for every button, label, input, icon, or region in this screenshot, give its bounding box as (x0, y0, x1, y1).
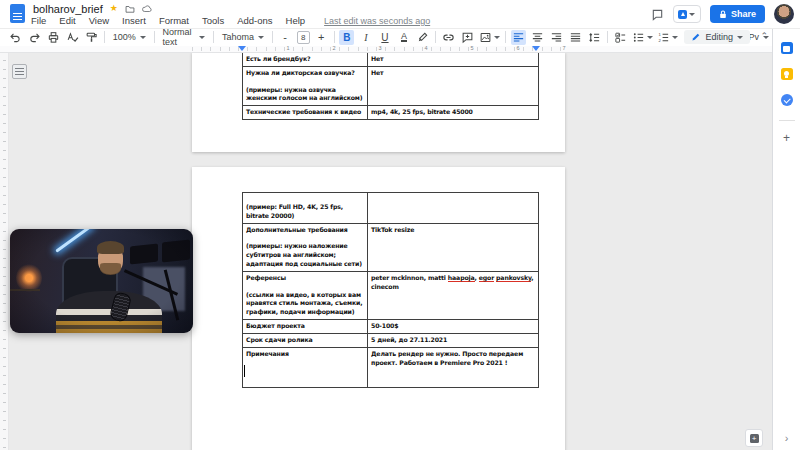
bulleted-list-button[interactable] (632, 30, 653, 45)
question-cell[interactable]: Срок сдачи ролика (243, 333, 368, 347)
print-button[interactable] (46, 30, 61, 45)
cloud-saved-icon[interactable] (142, 4, 152, 14)
question-cell[interactable]: (пример: Full HD, 4K, 25 fps, bitrate 20… (243, 193, 368, 224)
table-row: Референсы(ссылки на видео, в которых вам… (243, 271, 539, 319)
brief-table-page2: (пример: Full HD, 4K, 25 fps, bitrate 20… (242, 192, 539, 388)
document-page-2[interactable]: (пример: Full HD, 4K, 25 fps, bitrate 20… (192, 167, 565, 450)
svg-text:2: 2 (658, 38, 661, 43)
divider (779, 120, 795, 121)
get-add-ons-icon[interactable]: + (783, 131, 790, 145)
table-row: Дополнительные требования(примеры: нужно… (243, 223, 539, 271)
paint-format-button[interactable] (84, 30, 99, 45)
menu-item-help[interactable]: Help (286, 15, 306, 26)
right-indent-marker[interactable] (532, 46, 540, 51)
answer-cell[interactable]: Нет (368, 66, 539, 105)
menu-item-insert[interactable]: Insert (122, 15, 146, 26)
google-tasks-icon[interactable] (781, 94, 793, 106)
underline-button[interactable]: U (377, 30, 392, 45)
bold-button[interactable]: B (339, 30, 354, 45)
menu-bar: FileEditViewInsertFormatToolsAdd-onsHelp… (31, 15, 430, 26)
google-docs-icon[interactable] (10, 4, 25, 23)
add-comment-button[interactable] (460, 30, 475, 45)
menu-item-file[interactable]: File (31, 15, 46, 26)
move-folder-icon[interactable] (125, 4, 135, 14)
zoom-select[interactable]: 100% (110, 32, 149, 42)
document-page-1[interactable]: Есть ли брендбук?НетНужна ли дикторская … (192, 52, 565, 152)
menu-item-tools[interactable]: Tools (202, 15, 224, 26)
answer-cell[interactable]: TikTok resize (368, 223, 539, 271)
share-button[interactable]: Share (710, 5, 765, 23)
answer-cell[interactable]: Делать рендер не нужно. Просто передаем … (368, 347, 539, 387)
spelling-check-button[interactable] (65, 30, 80, 45)
checklist-button[interactable] (613, 30, 628, 45)
text-color-button[interactable]: A (401, 32, 407, 42)
align-right-button[interactable] (549, 30, 564, 45)
hide-side-panel-icon[interactable]: › (785, 432, 789, 444)
question-cell[interactable]: Нужна ли дикторская озвучка?(примеры: ну… (243, 66, 368, 105)
menu-item-view[interactable]: View (89, 15, 109, 26)
webcam-overlay (10, 229, 193, 333)
numbered-list-button[interactable]: 1 2 (657, 30, 678, 45)
chevron-down-icon (140, 36, 146, 39)
star-icon[interactable]: ★ (110, 4, 118, 13)
present-to-meeting-button[interactable] (673, 5, 701, 23)
font-value: Tahoma (222, 32, 254, 42)
horizontal-ruler[interactable]: 1234567 (0, 46, 772, 53)
explore-button[interactable]: + (745, 429, 763, 447)
question-cell[interactable]: Технические требования к видео (243, 106, 368, 120)
menu-item-format[interactable]: Format (159, 15, 189, 26)
answer-cell[interactable]: Нет (368, 53, 539, 67)
decrease-font-size-button[interactable]: - (278, 30, 293, 45)
last-edit-link[interactable]: Last edit was seconds ago (324, 16, 430, 26)
question-cell[interactable]: Дополнительные требования(примеры: нужно… (243, 223, 368, 271)
svg-text:1: 1 (658, 31, 661, 36)
spellcheck-icon (66, 31, 79, 44)
menu-item-addons[interactable]: Add-ons (237, 15, 272, 26)
google-keep-icon[interactable] (781, 68, 793, 80)
account-avatar[interactable] (774, 4, 794, 24)
insert-image-button[interactable] (479, 30, 500, 45)
font-size-input[interactable]: 8 (297, 31, 310, 44)
answer-cell[interactable]: 50-100$ (368, 319, 539, 333)
table-row: Технические требования к видеоmp4, 4k, 2… (243, 106, 539, 120)
menu-item-edit[interactable]: Edit (59, 15, 75, 26)
answer-cell[interactable] (368, 193, 539, 224)
highlight-color-button[interactable] (415, 30, 430, 45)
left-indent-marker[interactable] (238, 46, 246, 51)
misspelled-word: pankovsky (496, 274, 531, 282)
italic-button[interactable]: I (358, 30, 373, 45)
insert-link-button[interactable] (441, 30, 456, 45)
answer-cell[interactable]: 5 дней, до 27.11.2021 (368, 333, 539, 347)
line-spacing-button[interactable] (587, 30, 602, 45)
align-justify-button[interactable] (568, 30, 583, 45)
comments-icon[interactable] (651, 8, 664, 21)
document-outline-icon[interactable] (12, 64, 27, 79)
redo-button[interactable] (27, 30, 42, 45)
highlighter-icon (416, 31, 429, 44)
redo-icon (28, 31, 41, 44)
chevron-down-icon (689, 13, 695, 16)
increase-font-size-button[interactable]: + (314, 30, 329, 45)
align-center-icon (531, 31, 544, 44)
table-row: Есть ли брендбук?Нет (243, 53, 539, 67)
align-left-button[interactable] (511, 30, 526, 45)
answer-cell[interactable]: peter mckinnon, matti haapoja, egor pank… (368, 271, 539, 319)
image-icon (479, 31, 492, 44)
question-cell[interactable]: Референсы(ссылки на видео, в которых вам… (243, 271, 368, 319)
zoom-value: 100% (113, 32, 136, 42)
table-row: (пример: Full HD, 4K, 25 fps, bitrate 20… (243, 193, 539, 224)
editing-mode-select[interactable]: Editing (684, 30, 750, 44)
paragraph-style-select[interactable]: Normal text (160, 27, 209, 47)
undo-button[interactable] (8, 30, 23, 45)
hide-menus-button[interactable]: ⌃ (760, 31, 768, 41)
document-canvas: Есть ли брендбук?НетНужна ли дикторская … (0, 52, 772, 450)
font-select[interactable]: Tahoma (219, 32, 267, 42)
document-title[interactable]: bolharov_brief (33, 3, 103, 15)
question-cell[interactable]: Бюджет проекта (243, 319, 368, 333)
align-center-button[interactable] (530, 30, 545, 45)
answer-cell[interactable]: mp4, 4k, 25 fps, bitrate 45000 (368, 106, 539, 120)
question-cell[interactable]: Примечания (243, 347, 368, 387)
misspelled-word: haapoja (448, 274, 475, 282)
google-calendar-icon[interactable] (781, 42, 793, 54)
question-cell[interactable]: Есть ли брендбук? (243, 53, 368, 67)
